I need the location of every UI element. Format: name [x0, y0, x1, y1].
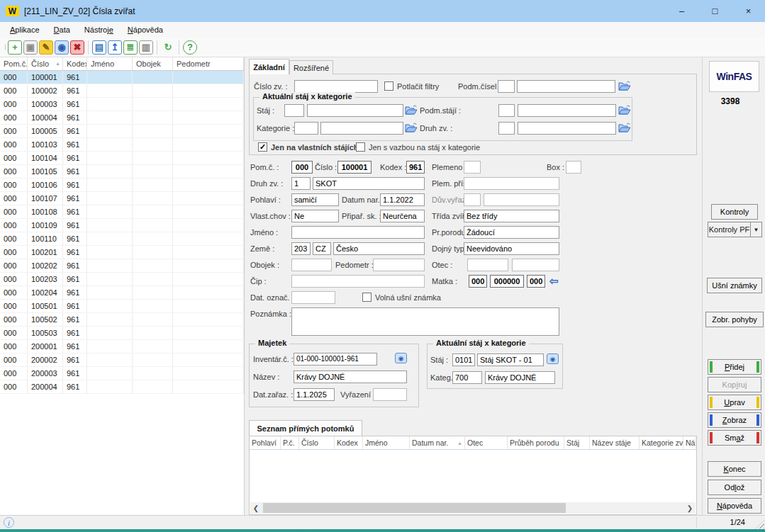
- table-row[interactable]: 000100106961: [0, 179, 244, 192]
- aktualni-kateg-code[interactable]: 700: [452, 371, 482, 384]
- table-row[interactable]: 000100005961: [0, 125, 244, 138]
- uprav-button[interactable]: Uprav: [708, 395, 761, 410]
- toolbar-grip-icon[interactable]: ⁞⁞: [4, 44, 5, 51]
- column-header-kodex[interactable]: Kodex: [63, 57, 87, 70]
- otec-input-1[interactable]: [467, 259, 508, 271]
- delete-icon[interactable]: ✖: [70, 40, 84, 55]
- column-header-jmeno[interactable]: Jméno: [87, 57, 133, 70]
- potomci-column-datum-nar[interactable]: Datum nar.▲: [410, 436, 465, 449]
- matka-input-2[interactable]: 000000: [490, 275, 524, 288]
- copy-icon[interactable]: ▣: [23, 40, 38, 55]
- aktualni-staj-name[interactable]: Stáj SKOT - 01: [477, 353, 544, 366]
- potomci-column-nazev-staje[interactable]: Název stáje: [590, 436, 640, 449]
- usni-znamky-button[interactable]: Ušní známky: [707, 278, 762, 293]
- kontroly-pf-dropdown-icon[interactable]: ▼: [751, 222, 762, 237]
- volna-usni-checkbox[interactable]: [362, 293, 372, 302]
- duv-vyraz-input[interactable]: [484, 193, 559, 206]
- dat-zaraz-input[interactable]: 1.1.2025: [294, 388, 335, 401]
- pr-porodu-input[interactable]: Žádoucí: [464, 226, 559, 239]
- maximize-icon[interactable]: □: [698, 0, 732, 22]
- podm-staji-input[interactable]: [518, 104, 616, 117]
- print-icon[interactable]: ▤: [92, 40, 106, 55]
- kategorie-code-input[interactable]: [294, 122, 318, 135]
- plemeno-input[interactable]: [464, 161, 481, 174]
- staj-code-input[interactable]: [284, 104, 304, 117]
- potomci-column-nazev[interactable]: Název: [683, 436, 696, 449]
- kontroly-pf-button[interactable]: Kontroly PF ▼: [708, 222, 762, 237]
- view-icon[interactable]: ◉: [55, 40, 69, 55]
- column-header-cislo[interactable]: Číslo▲: [28, 57, 63, 70]
- potomci-hscrollbar[interactable]: ❮ ❯: [250, 502, 696, 514]
- table-row[interactable]: 000100502961: [0, 313, 244, 327]
- smaz-button[interactable]: Smaž: [708, 430, 761, 446]
- zeme-name[interactable]: Česko: [333, 242, 425, 255]
- resize-grip[interactable]: [756, 520, 764, 528]
- table-row[interactable]: 000100503961: [0, 327, 244, 340]
- table-row[interactable]: 000100104961: [0, 152, 244, 165]
- matka-input-3[interactable]: 000: [527, 275, 545, 288]
- potomci-column-jmeno[interactable]: Jméno: [363, 436, 410, 449]
- scroll-left-icon[interactable]: ❮: [250, 504, 262, 512]
- pohlavi-input[interactable]: samičí: [291, 193, 339, 206]
- export-icon[interactable]: ↥: [108, 40, 122, 55]
- table-row[interactable]: 000200004961: [0, 380, 244, 394]
- table-row[interactable]: 000100105961: [0, 165, 244, 179]
- podm-cisel-code-input[interactable]: [498, 80, 515, 93]
- podm-cisel-folder-icon[interactable]: [618, 80, 631, 91]
- table-row[interactable]: 000100103961: [0, 138, 244, 152]
- druh-zv-input[interactable]: [518, 122, 616, 135]
- matka-goto-arrow-icon[interactable]: ⇦: [549, 276, 559, 286]
- potomci-tab[interactable]: Seznam přímých potomků: [249, 420, 362, 436]
- close-icon[interactable]: ×: [732, 0, 765, 22]
- potomci-column-pohlavi[interactable]: Pohlaví: [250, 436, 281, 449]
- pedometr-input[interactable]: [373, 259, 425, 271]
- potomci-column-kodex[interactable]: Kodex: [335, 436, 363, 449]
- potomci-column-prubeh-porodu[interactable]: Průběh porodu: [508, 436, 564, 449]
- potomci-column-p-c[interactable]: P.č.: [281, 436, 299, 449]
- tab-rozsirene[interactable]: Rozšířené: [289, 60, 333, 74]
- jen-s-vazbou-checkbox[interactable]: [356, 142, 365, 152]
- cislo-zv-input[interactable]: [294, 80, 378, 93]
- table-row[interactable]: 000200003961: [0, 367, 244, 380]
- pom-c-input[interactable]: 000: [291, 161, 313, 174]
- table-columns-icon[interactable]: ▥: [139, 40, 153, 55]
- podm-staji-code-input[interactable]: [498, 104, 515, 117]
- box-input[interactable]: [566, 161, 581, 174]
- table-row[interactable]: 000100002961: [0, 84, 244, 98]
- menu-item-napoveda[interactable]: Nápověda: [121, 23, 170, 36]
- potomci-column-staj[interactable]: Stáj: [564, 436, 590, 449]
- scroll-right-icon[interactable]: ❯: [684, 504, 696, 512]
- menu-item-aplikace[interactable]: Aplikace: [3, 23, 47, 36]
- cislo-input[interactable]: 100001: [337, 161, 372, 174]
- help-icon[interactable]: ?: [183, 40, 197, 55]
- odloz-button[interactable]: Odlož: [708, 480, 761, 495]
- table-row[interactable]: 000100201961: [0, 246, 244, 259]
- aktualni-staj-eye-icon[interactable]: ◉: [547, 353, 559, 364]
- table-row[interactable]: 000100202961: [0, 259, 244, 273]
- vlast-chov-input[interactable]: Ne: [291, 210, 339, 222]
- jen-na-vlastnich-checkbox[interactable]: ✓: [258, 142, 267, 152]
- column-header-pom-c[interactable]: Pom.č.: [0, 57, 28, 70]
- kodex-input[interactable]: 961: [406, 161, 425, 174]
- zobraz-button[interactable]: Zobraz: [708, 412, 761, 428]
- edit-icon[interactable]: ✎: [39, 40, 53, 55]
- poznamka-input[interactable]: [291, 307, 559, 336]
- list-rows-icon[interactable]: ≣: [123, 40, 138, 55]
- cip-input[interactable]: [291, 275, 425, 288]
- potlacit-filtry-checkbox[interactable]: [384, 81, 393, 91]
- majetek-nazev-input[interactable]: Krávy DOJNÉ: [294, 370, 407, 383]
- kontroly-button[interactable]: Kontroly: [711, 204, 758, 220]
- aktualni-kateg-name[interactable]: Krávy DOJNÉ: [485, 371, 555, 384]
- konec-button[interactable]: Konec: [708, 461, 761, 477]
- table-row[interactable]: 000100110961: [0, 232, 244, 246]
- obojek-input[interactable]: [291, 259, 332, 271]
- jmeno-input[interactable]: [291, 226, 425, 239]
- napoveda-button[interactable]: Nápověda: [708, 498, 761, 514]
- potomci-column-kategorie-zv[interactable]: Kategorie zv.: [640, 436, 683, 449]
- table-row[interactable]: 000200002961: [0, 353, 244, 367]
- datum-nar-input[interactable]: 1.1.2022: [380, 193, 425, 206]
- dojny-typ-input[interactable]: Neevidováno: [464, 242, 559, 255]
- staj-name-input[interactable]: [307, 104, 403, 117]
- menu-item-nastroje[interactable]: Nástroje: [77, 23, 121, 36]
- dat-oznac-input[interactable]: [291, 291, 335, 304]
